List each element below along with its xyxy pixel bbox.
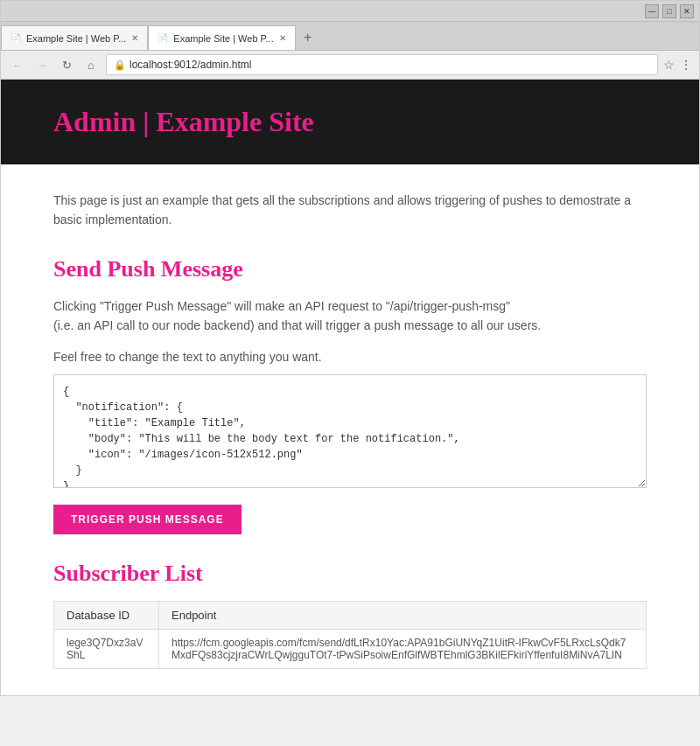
- send-push-desc-line2: (i.e. an API call to our node backend) a…: [53, 318, 541, 332]
- feel-free-text: Feel free to change the text to anything…: [53, 350, 647, 364]
- title-bar: — □ ✕: [1, 1, 699, 22]
- tab-1-close[interactable]: ✕: [131, 33, 138, 43]
- tabs-bar: 📄 Example Site | Web P... ✕ 📄 Example Si…: [1, 22, 699, 51]
- maximize-button[interactable]: □: [662, 4, 676, 18]
- page-content: Admin | Example Site This page is just a…: [1, 80, 699, 695]
- json-payload-textarea[interactable]: { "notification": { "title": "Example Ti…: [53, 374, 647, 488]
- close-button[interactable]: ✕: [680, 4, 694, 18]
- cell-db-id: lege3Q7Dxz3aVShL: [54, 629, 159, 668]
- tab-2-close[interactable]: ✕: [279, 33, 286, 43]
- tab-1-icon: 📄: [10, 33, 21, 43]
- title-bar-buttons: — □ ✕: [645, 4, 694, 18]
- bookmark-icon[interactable]: ☆: [663, 58, 675, 72]
- send-push-title: Send Push Message: [53, 256, 647, 282]
- subscriber-table: Database ID Endpoint lege3Q7Dxz3aVShL ht…: [53, 601, 647, 669]
- send-push-description: Clicking "Trigger Push Message" will mak…: [53, 296, 647, 336]
- page-title: Admin | Example Site: [53, 106, 647, 138]
- col-header-db-id: Database ID: [54, 601, 159, 629]
- table-header-row: Database ID Endpoint: [54, 601, 647, 629]
- col-header-endpoint: Endpoint: [159, 601, 647, 629]
- tab-2[interactable]: 📄 Example Site | Web P... ✕: [148, 25, 295, 50]
- lock-icon: 🔒: [114, 59, 126, 71]
- page-body: This page is just an example that gets a…: [1, 164, 699, 695]
- cell-endpoint: https://fcm.googleapis.com/fcm/send/dfLt…: [159, 629, 647, 668]
- refresh-button[interactable]: ↻: [57, 55, 76, 74]
- browser-menu-icon[interactable]: ⋮: [680, 58, 692, 72]
- tab-2-label: Example Site | Web P...: [173, 33, 273, 44]
- tab-1[interactable]: 📄 Example Site | Web P... ✕: [1, 25, 148, 50]
- forward-button[interactable]: →: [32, 55, 52, 74]
- tab-1-label: Example Site | Web P...: [26, 33, 126, 44]
- home-button[interactable]: ⌂: [81, 55, 101, 74]
- address-bar: ← → ↻ ⌂ 🔒 localhost:9012/admin.html ☆ ⋮: [1, 51, 699, 80]
- new-tab-button[interactable]: +: [296, 25, 320, 50]
- browser-window: — □ ✕ 📄 Example Site | Web P... ✕ 📄 Exam…: [0, 0, 700, 696]
- table-row: lege3Q7Dxz3aVShL https://fcm.googleapis.…: [54, 629, 647, 668]
- back-button[interactable]: ←: [8, 55, 27, 74]
- tab-2-icon: 📄: [158, 33, 168, 43]
- trigger-push-button[interactable]: TRIGGER PUSH MESSAGE: [53, 505, 242, 534]
- address-input[interactable]: 🔒 localhost:9012/admin.html: [106, 54, 658, 75]
- page-header: Admin | Example Site: [1, 80, 699, 164]
- intro-text: This page is just an example that gets a…: [53, 191, 647, 230]
- minimize-button[interactable]: —: [645, 4, 659, 18]
- send-push-desc-line1: Clicking "Trigger Push Message" will mak…: [53, 299, 510, 313]
- subscriber-list-title: Subscriber List: [53, 561, 647, 587]
- address-url-text: localhost:9012/admin.html: [130, 59, 251, 71]
